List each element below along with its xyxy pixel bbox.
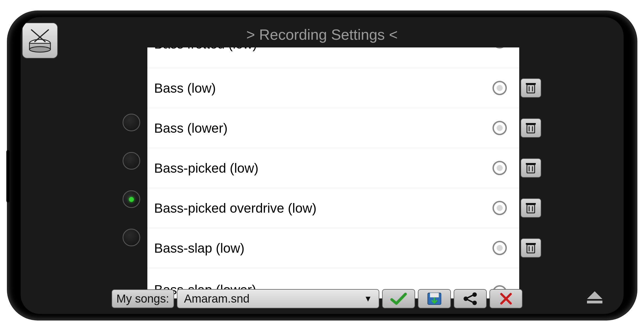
list-item-label: Bass-slap (low) xyxy=(154,241,245,256)
svg-rect-6 xyxy=(526,83,536,85)
list-item-label: Bass fretted (low) xyxy=(154,47,257,52)
track-trash-1[interactable] xyxy=(521,78,541,98)
radio-button[interactable] xyxy=(493,201,507,215)
svg-rect-10 xyxy=(526,123,536,125)
instrument-select-list[interactable]: Bass fretted (low) Bass (low) Bass (lowe… xyxy=(147,47,519,298)
list-item[interactable]: Bass (low) xyxy=(147,68,519,108)
svg-line-31 xyxy=(467,300,473,302)
ok-button[interactable] xyxy=(382,289,415,308)
list-item-label: Bass (lower) xyxy=(154,121,228,136)
list-item[interactable]: Bass-picked (low) xyxy=(147,148,519,188)
radio-button[interactable] xyxy=(493,47,507,49)
delete-icon xyxy=(499,292,513,306)
device-notch xyxy=(6,150,10,202)
track-trash-5[interactable] xyxy=(521,238,541,258)
list-item[interactable]: Bass (lower) xyxy=(147,108,519,148)
trash-icon xyxy=(525,242,536,254)
track-led-1[interactable] xyxy=(123,114,140,131)
svg-rect-26 xyxy=(430,293,439,297)
svg-rect-21 xyxy=(527,245,535,253)
svg-line-30 xyxy=(467,295,473,298)
list-item-label: Bass-picked (low) xyxy=(154,161,259,176)
svg-point-28 xyxy=(472,292,477,297)
track-led-4[interactable] xyxy=(123,229,140,246)
track-trash-3[interactable] xyxy=(521,158,541,178)
list-item-label: Bass-picked overdrive (low) xyxy=(154,201,317,216)
save-button[interactable] xyxy=(418,289,451,308)
save-icon xyxy=(427,292,442,306)
track-led-2[interactable] xyxy=(123,152,140,170)
svg-rect-18 xyxy=(526,203,536,205)
radio-button[interactable] xyxy=(493,161,507,175)
svg-rect-9 xyxy=(527,125,535,133)
delete-button[interactable] xyxy=(489,289,523,308)
track-trash-4[interactable] xyxy=(521,198,541,218)
list-item-label: Bass (low) xyxy=(154,81,216,96)
share-icon xyxy=(462,292,478,306)
track-led-column xyxy=(123,114,140,246)
svg-rect-17 xyxy=(527,205,535,213)
app-screen: > Recording Settings < xyxy=(21,17,624,314)
selected-song: Amaram.snd xyxy=(184,292,250,305)
svg-rect-22 xyxy=(526,243,536,245)
bottom-toolbar: My songs: Amaram.snd ▼ xyxy=(112,289,523,308)
svg-rect-14 xyxy=(526,163,536,165)
drum-icon xyxy=(26,27,54,54)
svg-point-2 xyxy=(29,47,50,52)
track-led-3[interactable] xyxy=(123,190,140,208)
trash-icon xyxy=(525,202,536,214)
trash-icon xyxy=(525,122,536,134)
svg-point-27 xyxy=(464,297,468,301)
page-title: > Recording Settings < xyxy=(21,26,624,43)
drum-icon-button[interactable] xyxy=(22,23,58,58)
trash-icon xyxy=(525,162,536,174)
songs-label: My songs: xyxy=(112,289,174,308)
svg-rect-13 xyxy=(527,165,535,173)
eject-icon xyxy=(587,291,602,299)
share-button[interactable] xyxy=(454,289,487,308)
svg-point-29 xyxy=(472,301,477,305)
song-dropdown[interactable]: Amaram.snd ▼ xyxy=(177,289,379,308)
svg-rect-5 xyxy=(527,85,535,93)
chevron-down-icon: ▼ xyxy=(364,294,372,303)
list-item[interactable]: Bass-slap (low) xyxy=(147,228,519,268)
track-trash-2[interactable] xyxy=(521,118,541,138)
radio-button[interactable] xyxy=(493,241,507,255)
phone-frame: > Recording Settings < xyxy=(7,11,637,320)
list-item[interactable]: Bass fretted (low) xyxy=(147,47,519,68)
track-action-column xyxy=(521,78,541,258)
trash-icon xyxy=(525,82,536,94)
radio-button[interactable] xyxy=(493,121,507,135)
list-item[interactable]: Bass-picked overdrive (low) xyxy=(147,188,519,228)
eject-button[interactable] xyxy=(585,289,604,306)
ok-icon xyxy=(390,292,407,306)
radio-button[interactable] xyxy=(493,81,507,95)
